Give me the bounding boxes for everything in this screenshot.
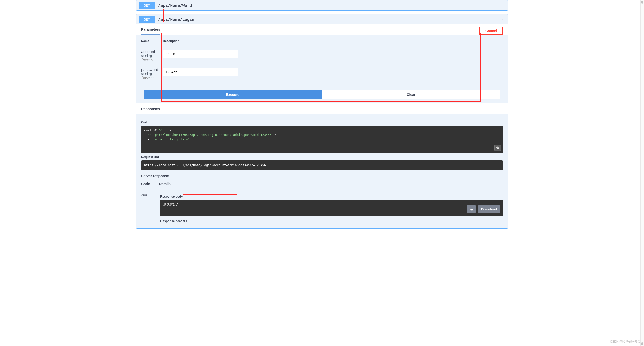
request-url-label: Request URL [141,155,503,159]
copy-icon[interactable] [467,205,476,213]
param-type: string [141,54,163,58]
tab-parameters[interactable]: Parameters [141,27,160,35]
curl-label: Curl [141,121,503,124]
response-body-block: 测试成功了！ Download [160,200,503,216]
endpoint-word[interactable]: GET /api/Home/Word [136,0,508,11]
scroll-up-icon[interactable] [641,1,643,4]
param-type: string [141,72,163,76]
server-response-label: Server response [141,174,503,178]
response-row: 200 Response body 测试成功了！ Download Respon… [141,193,503,224]
column-code: Code [141,182,150,186]
curl-text [144,133,148,137]
response-body-text: 测试成功了！ [163,203,181,206]
curl-block: curl -X 'GET' \ 'https://localhost:7051/… [141,126,503,153]
chevron-down-icon[interactable] [500,3,505,8]
response-body-label: Response body [160,195,503,198]
column-description: Description [163,39,179,43]
param-in: (query) [141,58,163,61]
param-row-account: account string (query) [141,50,503,61]
param-name: password [141,68,163,72]
curl-text: 'accept: text/plain' [153,138,190,141]
cancel-button[interactable]: Cancel [479,27,503,35]
curl-text: curl -X [144,129,159,132]
scrollbar-track[interactable] [640,0,644,232]
param-name: account [141,50,163,54]
param-in: (query) [141,76,163,79]
curl-text: 'https://localhost:7051/api/Home/Login?a… [148,133,273,137]
column-details: Details [159,182,171,186]
clear-button[interactable]: Clear [322,90,500,99]
method-badge: GET [139,2,155,9]
request-url-block: https://localhost:7051/api/Home/Login?ac… [141,160,503,170]
param-row-password: password string (query) [141,68,503,79]
account-input[interactable] [163,50,238,58]
param-table-header: Name Description [141,39,503,46]
download-button[interactable]: Download [478,205,500,213]
endpoint-path: /api/Home/Word [155,3,500,8]
responses-title: Responses [136,103,508,114]
curl-text: \ [168,129,171,132]
curl-text: -H [144,138,153,141]
method-badge: GET [139,16,155,23]
column-name: Name [141,39,163,43]
password-input[interactable] [163,68,238,76]
chevron-up-icon[interactable] [500,17,505,22]
execute-button[interactable]: Execute [144,90,322,99]
copy-icon[interactable] [494,145,501,151]
response-table-header: Code Details [141,179,503,189]
curl-text: \ [273,133,277,137]
status-code: 200 [141,193,151,197]
endpoint-path: /api/Home/Login [155,17,500,22]
endpoint-login-summary[interactable]: GET /api/Home/Login [136,14,508,24]
parameters-header: Parameters Cancel [136,24,508,35]
endpoint-login: GET /api/Home/Login Parameters Cancel Na… [136,14,508,229]
curl-text: 'GET' [159,129,168,132]
response-headers-label: Response headers [160,219,503,223]
